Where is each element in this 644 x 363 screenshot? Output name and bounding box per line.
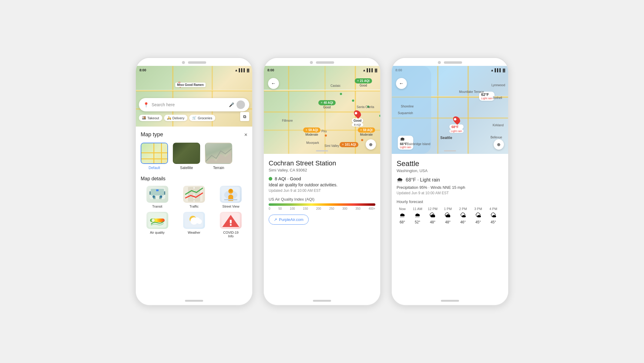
- phone-3-camera: [438, 61, 441, 64]
- scroll-indicator: [316, 150, 328, 151]
- traffic-label: Traffic: [190, 205, 199, 208]
- map-label-piru: Piru: [321, 130, 327, 133]
- phone-1-home: [185, 300, 203, 302]
- wx-hour-2pm: 2 PM 🌤 46°: [457, 207, 469, 224]
- bar-label-100: 100: [290, 207, 295, 210]
- weather-icon: [183, 212, 205, 229]
- wx-hourly-scroll: Now 🌧 68° 11 AM 🌧 52° 12 PM 🌥 48°: [397, 207, 503, 226]
- aq-status-text: 8 AQI · Good: [275, 176, 301, 181]
- map-label-seattle: Seattle: [440, 136, 452, 140]
- aq-info: Cochran Street Station Simi Valley, CA 9…: [264, 154, 380, 297]
- aq-signal-icon: ▌▌▌: [367, 68, 374, 72]
- svg-point-28: [230, 224, 232, 226]
- detail-transit[interactable]: Transit: [141, 186, 174, 208]
- map-label-bothell: Bothell: [493, 96, 502, 100]
- chip-delivery[interactable]: 🛵 Delivery: [164, 115, 188, 121]
- phone-1-content: 8:00 ▲ ▌▌▌ ▓ Miso Good Ramen: [136, 66, 252, 297]
- wx-hour-icon-6: 🌤: [490, 212, 496, 219]
- covid-label: COVID-19 Info: [223, 231, 239, 238]
- wx-hour-now: Now 🌧 68°: [397, 207, 408, 224]
- map-label-santaclarita: Santa Clarita: [357, 105, 374, 109]
- wx-crosshair-button[interactable]: ⊕: [494, 139, 504, 150]
- aq-badge-3: ≡ 59 AQI Moderate: [303, 127, 320, 136]
- terrain-svg: [206, 143, 232, 164]
- wx-hour-icon-3: 🌥: [445, 212, 451, 219]
- airquality-label: Air quality: [150, 231, 165, 234]
- detail-traffic[interactable]: Traffic: [177, 186, 210, 208]
- aq-index-title: US Air Quality Index (AQI): [269, 197, 375, 202]
- wx-hour-temp-6: 45°: [491, 220, 496, 224]
- wx-hour-icon-4: 🌤: [460, 212, 466, 219]
- svg-point-7: [160, 195, 162, 198]
- wx-battery-icon: ▓: [503, 68, 505, 72]
- map-type-label-terrain: Terrain: [213, 166, 224, 170]
- map-type-label-default: Default: [149, 166, 160, 170]
- aq-updated: Updated Jun 9 at 10:00 AM EST: [269, 188, 375, 193]
- phone-3-bottom: [392, 297, 508, 305]
- wx-hour-5pm: 5 PM 🌤 42°: [503, 207, 503, 224]
- wx-hour-label-3: 1 PM: [444, 207, 452, 211]
- map-label-suquamish: Suquamish: [398, 111, 413, 115]
- map-search-bar[interactable]: 📍 Search here 🎤: [139, 98, 249, 111]
- layers-button[interactable]: ⧉: [240, 112, 249, 121]
- wx-hour-label-4: 2 PM: [459, 207, 467, 211]
- battery-icon: ▓: [247, 68, 249, 72]
- wifi-icon: ▲: [235, 68, 238, 72]
- wx-map: 8:00 ▲ ▌▌▌ ▓ ← 62°F Light: [392, 66, 508, 154]
- aq-back-button[interactable]: ←: [268, 78, 279, 89]
- map-type-panel: Map type × Defau: [136, 127, 252, 297]
- wx-rain-icon: 🌧: [397, 176, 403, 184]
- user-avatar[interactable]: [236, 100, 245, 109]
- close-button[interactable]: ×: [244, 132, 247, 137]
- detail-weather[interactable]: Weather: [177, 212, 210, 238]
- map-type-satellite[interactable]: Satellite: [173, 143, 200, 170]
- map-label-bainbridge: Bainbridge Island: [407, 142, 430, 146]
- covid-icon: [220, 212, 242, 229]
- phone-2-camera: [310, 61, 313, 64]
- map-preview: 8:00 ▲ ▌▌▌ ▓ Miso Good Ramen: [136, 66, 252, 127]
- chip-groceries[interactable]: 🛒 Groceries: [189, 115, 215, 121]
- wx-signal-icon: ▌▌▌: [495, 68, 502, 72]
- aq-crosshair-button[interactable]: ⊕: [366, 139, 376, 150]
- wx-main-marker: 68°F Light rain: [449, 116, 464, 133]
- map-label-castaica: Castaic: [330, 84, 340, 87]
- streetview-label: Street View: [222, 205, 239, 208]
- svg-rect-16: [224, 199, 237, 200]
- phone-1: 8:00 ▲ ▌▌▌ ▓ Miso Good Ramen: [135, 57, 253, 306]
- svg-rect-8: [156, 189, 159, 191]
- wx-hour-11am: 11 AM 🌧 52°: [412, 207, 423, 224]
- map-label-mountlake: Mountlake Terrace: [459, 90, 484, 93]
- map-type-options: Default Satellite Terrain: [141, 143, 247, 170]
- bar-label-50: 50: [278, 207, 282, 210]
- wx-region: Washington, USA: [397, 168, 503, 173]
- streetview-icon: [220, 186, 242, 203]
- aq-wifi-icon: ▲: [363, 68, 366, 72]
- wx-current: 🌧 68°F · Light rain: [397, 176, 503, 184]
- airquality-svg: [146, 212, 168, 229]
- wx-hour-4pm: 4 PM 🌤 45°: [488, 207, 499, 224]
- weather-label: Weather: [188, 231, 200, 234]
- mic-icon[interactable]: 🎤: [229, 102, 234, 107]
- purpleair-link[interactable]: ↗ PurpleAir.com: [269, 215, 309, 225]
- transit-label: Transit: [152, 205, 162, 208]
- wx-info: Seattle Washington, USA 🌧 68°F · Light r…: [392, 154, 508, 297]
- map-type-terrain[interactable]: Terrain: [205, 143, 232, 170]
- map-type-default[interactable]: Default: [141, 143, 168, 170]
- transit-icon: [146, 186, 168, 203]
- wx-back-button[interactable]: ←: [396, 78, 407, 89]
- aq-badge-5: ≡ 101 AQI: [340, 141, 358, 147]
- phone-2-bottom: [264, 297, 380, 305]
- map-details-grid: Transit Traffic: [141, 186, 247, 238]
- aq-place-name: Cochran Street Station: [269, 159, 375, 167]
- wx-scroll-indicator: [444, 150, 456, 151]
- wx-hour-3pm: 3 PM 🌤 45°: [472, 207, 484, 224]
- map-status-time: 8:00: [139, 68, 146, 72]
- detail-streetview[interactable]: Street View: [214, 186, 247, 208]
- wx-hourly-title: Hourly forecast: [397, 199, 503, 204]
- aq-gradient-bar: [269, 203, 375, 206]
- chip-takeout[interactable]: 🍱 Takeout: [139, 115, 162, 121]
- wx-hour-icon-0: 🌧: [399, 212, 405, 219]
- detail-covid[interactable]: COVID-19 Info: [214, 212, 247, 238]
- detail-airquality[interactable]: Air quality: [141, 212, 174, 238]
- svg-point-15: [229, 189, 232, 192]
